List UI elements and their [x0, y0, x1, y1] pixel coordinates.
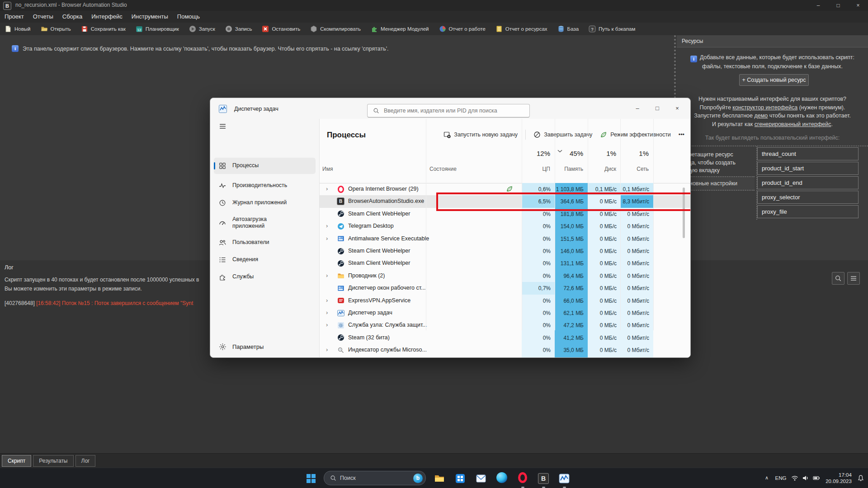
window-maximize-button[interactable]: □ [828, 0, 848, 11]
tm-action-run-new-task[interactable]: Запустить новую задачу [443, 131, 518, 138]
toolbar-button-compile[interactable]: Скомпилировать [306, 23, 366, 35]
process-row[interactable]: ExpressVPN (32 бита)0%33,5 МБ0 МБ/с0 Мби… [320, 357, 691, 357]
promo-link[interactable]: демо [754, 113, 768, 119]
process-row[interactable]: Steam Client WebHelper0%131,1 МБ0 МБ/с0 … [320, 257, 691, 269]
battery-icon[interactable] [811, 468, 822, 488]
toolbar-button-backup[interactable]: ?Путь к бэкапам [584, 23, 641, 35]
toolbar-button-record[interactable]: Запись [221, 23, 258, 35]
toolbar-button-open[interactable]: Открыть [36, 23, 76, 35]
toolbar-button-report-work[interactable]: Отчет о работе [434, 23, 491, 35]
tm-action-end-task[interactable]: Завершить задачу [533, 131, 592, 138]
taskbar-app-explorer[interactable] [430, 471, 448, 486]
taskbar-app-task-manager[interactable] [555, 471, 573, 486]
resource-field-proxy_file[interactable]: proxy_file [757, 205, 859, 218]
tray-chevron-up[interactable]: ∧ [761, 468, 772, 488]
column-pct-cpu[interactable]: 12% [522, 150, 550, 157]
process-row[interactable]: Steam (32 бита)0%41,2 МБ0 МБ/с0 Мбит/с [320, 332, 691, 344]
toolbar-button-stop[interactable]: Остановить [257, 23, 306, 35]
window-minimize-button[interactable]: – [808, 0, 828, 11]
process-row[interactable]: ›ExpressVPN.AppService0%66,0 МБ0 МБ/с0 М… [320, 295, 691, 307]
speaker-icon[interactable] [800, 468, 811, 488]
toolbar-button-scheduler[interactable]: 12Планировщик [131, 23, 184, 35]
tm-scrollbar-thumb[interactable] [683, 188, 685, 238]
tm-sidebar-item-settings[interactable]: Параметры [214, 338, 316, 355]
chevron-right-icon[interactable]: › [326, 185, 328, 192]
log-menu-button[interactable] [847, 272, 860, 285]
chevron-right-icon[interactable]: › [326, 346, 328, 353]
process-row[interactable]: ›Диспетчер задач0%62,1 МБ0 МБ/с0 Мбит/с [320, 307, 691, 319]
wifi-icon[interactable] [789, 468, 800, 488]
toolbar-button-new[interactable]: Новый [0, 23, 36, 35]
tm-sidebar-item-history[interactable]: Журнал приложений [214, 195, 316, 211]
clock[interactable]: 17:0420.09.2023 [823, 468, 854, 488]
tm-sidebar-item-startup[interactable]: Автозагрузкаприложений [214, 212, 316, 234]
toolbar-button-database[interactable]: База [553, 23, 584, 35]
bottom-tab-лог[interactable]: Лог [75, 455, 96, 467]
tm-sidebar-item-services[interactable]: Службы [214, 269, 316, 285]
column-header-disk[interactable]: Диск [588, 166, 616, 172]
column-header-net[interactable]: Сеть [620, 166, 649, 172]
process-row[interactable]: Steam Client WebHelper0%146,0 МБ0 МБ/с0 … [320, 245, 691, 257]
resource-field-product_id_end[interactable]: product_id_end [757, 176, 859, 189]
tm-nav-menu-button[interactable] [214, 120, 230, 132]
tm-action-efficiency-mode[interactable]: Режим эффективности [600, 131, 671, 138]
column-header-mem[interactable]: Память [555, 166, 583, 172]
column-pct-disk[interactable]: 1% [588, 150, 616, 157]
process-row[interactable]: ›Служба узла: Служба защит...0%47,2 МБ0 … [320, 319, 691, 331]
taskbar-app-edge[interactable] [493, 471, 511, 486]
process-row[interactable]: ›Antimalware Service Executable0%151,5 М… [320, 233, 691, 245]
toolbar-button-run[interactable]: Запуск [184, 23, 221, 35]
resource-field-product_id_start[interactable]: product_id_start [757, 162, 859, 175]
chevron-right-icon[interactable]: › [326, 222, 328, 229]
tm-action-more-options[interactable]: ••• [679, 131, 684, 138]
tm-close-button[interactable]: × [668, 102, 687, 115]
promo-link[interactable]: конструктор интерфейса [732, 104, 797, 111]
chevron-right-icon[interactable]: › [326, 272, 328, 279]
menu-item-проект[interactable]: Проект [0, 11, 28, 22]
log-search-button[interactable] [832, 272, 844, 285]
tm-minimize-button[interactable]: – [628, 102, 647, 115]
promo-link[interactable]: сгенерированный интерфейс [755, 121, 831, 127]
bottom-tab-скрипт[interactable]: Скрипт [2, 455, 31, 467]
chevron-right-icon[interactable]: › [326, 321, 328, 328]
process-row[interactable]: ›Проводник (2)0%96,4 МБ0 МБ/с0 Мбит/с [320, 270, 691, 282]
tm-sidebar-item-performance[interactable]: Производительность [214, 178, 316, 194]
resource-dropzone[interactable]: Перетащите ресурссюда, чтобы создатьнову… [681, 151, 752, 175]
language-indicator[interactable]: ENG [773, 468, 788, 488]
bottom-tab-результаты[interactable]: Результаты [33, 455, 73, 467]
tm-sidebar-item-processes[interactable]: Процессы [214, 158, 316, 174]
taskbar-app-mail[interactable] [472, 471, 490, 486]
notification-icon[interactable] [855, 468, 866, 488]
toolbar-button-modules[interactable]: Менеджер Модулей [366, 23, 434, 35]
taskbar-search-box[interactable]: Поиск b [324, 471, 426, 485]
process-row[interactable]: ›Telegram Desktop0%154,0 МБ0 МБ/с0 Мбит/… [320, 220, 691, 232]
menu-item-сборка[interactable]: Сборка [58, 11, 87, 22]
column-header-status[interactable]: Состояние [429, 166, 470, 172]
tm-search-input[interactable]: Введите имя, издателя или PID для поиска [367, 104, 530, 117]
taskbar-app-bas[interactable]: B [534, 471, 552, 486]
menu-item-отчеты[interactable]: Отчеты [28, 11, 58, 22]
resource-field-thread_count[interactable]: thread_count [757, 147, 859, 160]
process-row[interactable]: Steam Client WebHelper0%181,8 МБ0 МБ/с0 … [320, 208, 691, 220]
column-pct-net[interactable]: 1% [620, 150, 649, 157]
chevron-right-icon[interactable]: › [326, 297, 328, 304]
menu-item-интерфейс[interactable]: Интерфейс [87, 11, 127, 22]
resource-field-proxy_selector[interactable]: proxy_selector [757, 191, 859, 204]
toolbar-button-saveas[interactable]: Сохранить как [76, 23, 131, 35]
chevron-right-icon[interactable]: › [326, 235, 328, 242]
tm-sidebar-item-users[interactable]: Пользователи [214, 235, 316, 251]
tm-sidebar-item-details[interactable]: Сведения [214, 252, 316, 268]
process-row[interactable]: BBrowserAutomationStudio.exe6,5%364,6 МБ… [320, 195, 691, 207]
process-row[interactable]: ›Индексатор службы Microso...0%35,0 МБ0 … [320, 344, 691, 356]
toolbar-button-report-res[interactable]: Отчет о ресурсах [491, 23, 553, 35]
process-row[interactable]: ›Opera Internet Browser (29)0,6%1 103,8 … [320, 183, 691, 195]
start-button[interactable] [302, 471, 320, 486]
chevron-right-icon[interactable]: › [326, 309, 328, 316]
column-header-cpu[interactable]: ЦП [522, 166, 550, 172]
menu-item-помощь[interactable]: Помощь [173, 11, 204, 22]
process-row[interactable]: Диспетчер окон рабочего ст...0,7%72,6 МБ… [320, 282, 691, 294]
menu-item-инструменты[interactable]: Инструменты [127, 11, 173, 22]
column-header-name[interactable]: Имя [322, 166, 345, 172]
window-close-button[interactable]: × [848, 0, 868, 11]
taskbar-app-blue-app[interactable] [451, 471, 469, 486]
